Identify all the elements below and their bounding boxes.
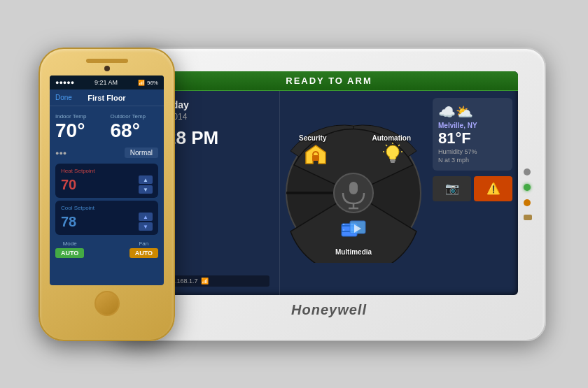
panel-btn-green[interactable] [524, 184, 531, 191]
outdoor-label: Outdoor Temp [111, 113, 159, 120]
phone-home-button[interactable] [94, 291, 120, 316]
cool-value: 78 [61, 214, 76, 230]
battery-value: 96% [147, 80, 158, 86]
phone-battery: 📶 96% [138, 80, 158, 86]
heat-value: 70 [61, 177, 76, 193]
cool-up-btn[interactable]: ▲ [139, 213, 153, 221]
heat-label: Heat Setpoint [61, 168, 153, 174]
scene: READY TO ARM Tuesday 9/05/2014 3:28 PM 🌐… [0, 0, 588, 388]
phone-speaker [86, 59, 128, 63]
indoor-value: 70° [55, 120, 104, 142]
heat-down-btn[interactable]: ▼ [139, 185, 153, 194]
cool-buttons: ▲ ▼ [139, 213, 153, 231]
mode-bottom-label: Mode [63, 240, 77, 247]
weather-wind: N at 3 mph [438, 156, 507, 165]
done-button[interactable]: Done [55, 94, 72, 101]
heat-row: Heat Setpoint 70 ▲ ▼ [55, 164, 158, 198]
bottom-row: Mode AUTO Fan AUTO [55, 240, 158, 258]
mode-item: Mode AUTO [55, 240, 84, 258]
indoor-temp-block: Indoor Temp 70° [55, 113, 104, 142]
phone-time: 9:21 AM [94, 79, 118, 86]
status-text: READY TO ARM [286, 76, 372, 86]
honeywell-panel: READY TO ARM Tuesday 9/05/2014 3:28 PM 🌐… [112, 48, 546, 341]
wifi-icon: 📶 [138, 80, 145, 86]
temp-row: Indoor Temp 70° Outdoor Temp 68° [55, 113, 158, 142]
outdoor-value: 68° [111, 120, 159, 142]
nav-title: First Floor [88, 94, 125, 102]
outdoor-temp-block: Outdoor Temp 68° [111, 113, 159, 142]
phone-status-bar: ●●●●● 9:21 AM 📶 96% [50, 76, 164, 89]
panel-controls [524, 168, 532, 220]
phone-nav-bar: Done First Floor [50, 89, 164, 106]
fan-label: Fan [139, 240, 148, 247]
cool-controls: 78 ▲ ▼ [61, 213, 153, 231]
panel-screen[interactable]: READY TO ARM Tuesday 9/05/2014 3:28 PM 🌐… [140, 71, 518, 295]
screen-center: Security [280, 91, 427, 295]
phone-body: Indoor Temp 70° Outdoor Temp 68° ●●● Nor… [50, 106, 164, 265]
wheel-svg [284, 123, 424, 263]
smartphone: ●●●●● 9:21 AM 📶 96% Done First Floor Ind… [38, 48, 175, 341]
weather-city: Melville, NY [438, 122, 507, 129]
screen-content: Tuesday 9/05/2014 3:28 PM 🌐 192.168.1.7 … [140, 91, 518, 295]
heat-controls: 70 ▲ ▼ [61, 175, 153, 194]
cool-row: Cool Setpoint 78 ▲ ▼ [55, 201, 158, 235]
mode-badge[interactable]: AUTO [55, 248, 84, 258]
weather-widget: ☁️⛅ Melville, NY 81°F Humidity 57% N at … [433, 98, 512, 171]
cool-label: Cool Setpoint [61, 205, 153, 211]
panel-btn-gray[interactable] [524, 168, 531, 175]
mode-row: ●●● Normal [55, 148, 158, 158]
weather-humidity: Humidity 57% [438, 148, 507, 157]
weather-temp: 81°F [438, 129, 507, 148]
alert-row: 📷 ⚠️ [433, 176, 512, 201]
menu-wheel[interactable]: Security [284, 123, 424, 263]
mode-value: Normal [125, 148, 158, 158]
indoor-label: Indoor Temp [55, 113, 104, 120]
phone-carrier: ●●●●● [55, 79, 74, 86]
camera-icon: 📷 [445, 182, 459, 195]
heat-up-btn[interactable]: ▲ [139, 175, 153, 184]
phone-camera [104, 66, 110, 71]
fan-item: Fan AUTO [130, 240, 158, 258]
panel-btn-orange[interactable] [524, 199, 531, 206]
svg-rect-5 [349, 182, 358, 194]
warning-alert[interactable]: ⚠️ [474, 176, 512, 201]
brand-label: Honeywell [291, 302, 367, 318]
warning-icon: ⚠️ [486, 182, 500, 195]
screen-right: ☁️⛅ Melville, NY 81°F Humidity 57% N at … [427, 91, 518, 295]
cool-down-btn[interactable]: ▼ [139, 222, 153, 231]
signal-icon: 📶 [201, 278, 209, 285]
mode-label: ●●● [55, 150, 66, 157]
camera-alert[interactable]: 📷 [433, 176, 471, 201]
fan-badge[interactable]: AUTO [130, 248, 158, 258]
heat-buttons: ▲ ▼ [139, 175, 153, 194]
phone-screen[interactable]: ●●●●● 9:21 AM 📶 96% Done First Floor Ind… [50, 76, 164, 285]
weather-icon: ☁️⛅ [438, 103, 507, 120]
status-bar: READY TO ARM [140, 71, 518, 91]
panel-btn-msg[interactable] [524, 215, 532, 220]
